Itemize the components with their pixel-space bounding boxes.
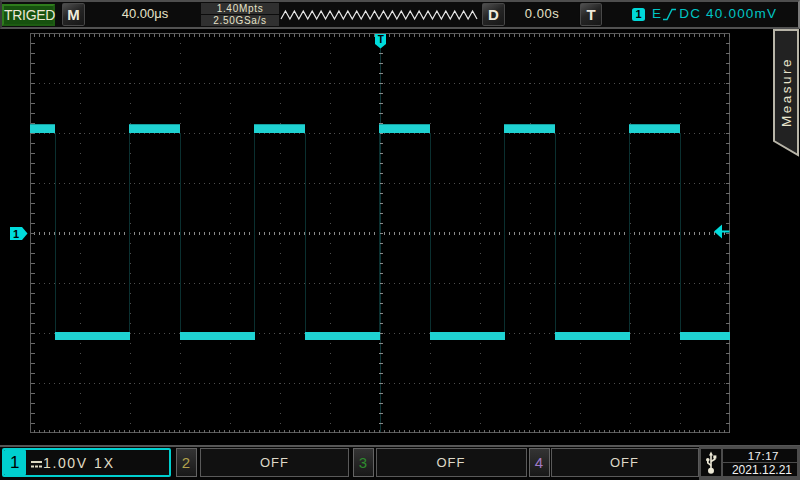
svg-text:Measure: Measure xyxy=(779,57,794,127)
svg-text:1: 1 xyxy=(13,228,19,240)
svg-text:T: T xyxy=(378,34,384,45)
